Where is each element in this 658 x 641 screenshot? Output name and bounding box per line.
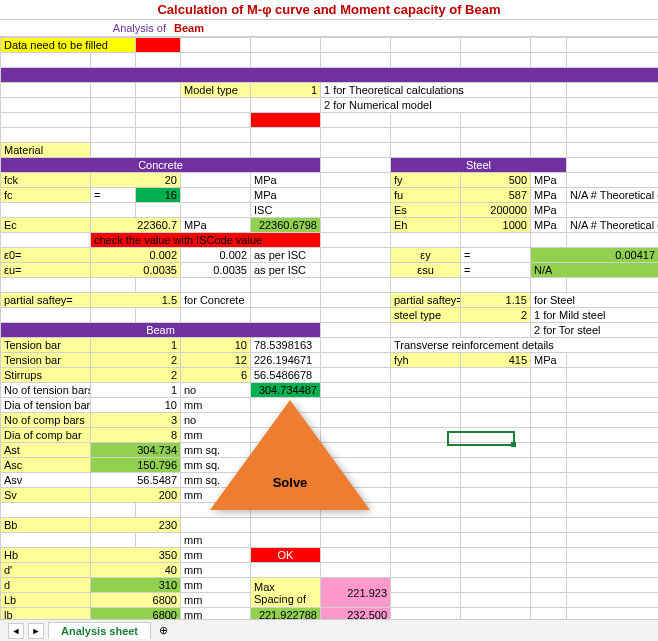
ey-label: εy <box>391 248 461 263</box>
selected-cell-indicator <box>447 431 515 446</box>
asc-label: Asc <box>1 458 91 473</box>
eh-label: Eh <box>391 218 461 233</box>
eu-value[interactable]: 0.0035 <box>91 263 181 278</box>
dcb-label: Dia of comp bar <box>1 428 91 443</box>
stirrups-d[interactable]: 6 <box>181 368 251 383</box>
dcb-value[interactable]: 8 <box>91 428 181 443</box>
bb-value[interactable]: 230 <box>91 518 181 533</box>
tab-analysis-sheet[interactable]: Analysis sheet <box>48 622 151 639</box>
fc-unit: MPa <box>251 188 321 203</box>
fu-note: N/A # Theoretical calculat <box>567 188 659 203</box>
es-value[interactable]: 200000 <box>461 203 531 218</box>
fc-eq: = <box>91 188 136 203</box>
ncb-label: No of comp bars <box>1 413 91 428</box>
tab-nav-prev[interactable]: ◄ <box>8 623 24 639</box>
tbar2-calc: 226.194671 <box>251 353 321 368</box>
isc-label: ISC <box>251 203 321 218</box>
tbar-label: Tension bar <box>1 338 91 353</box>
d-note: mm <box>181 578 251 593</box>
tbar2-d[interactable]: 12 <box>181 353 251 368</box>
eu-calc: 0.0035 <box>181 263 251 278</box>
steeltype-opt2: 2 for Tor steel <box>531 323 659 338</box>
tab-nav-next[interactable]: ► <box>28 623 44 639</box>
material-label: Material <box>1 143 91 158</box>
fu-unit: MPa <box>531 188 567 203</box>
bb-note: mm <box>181 533 251 548</box>
asv-value: 56.5487 <box>91 473 181 488</box>
hb-value[interactable]: 350 <box>91 548 181 563</box>
asc-value: 150.796 <box>91 458 181 473</box>
fy-value[interactable]: 500 <box>461 173 531 188</box>
steeltype-label: steel type <box>391 308 461 323</box>
lb-note: mm <box>181 593 251 608</box>
sheet-tabs: ◄ ► Analysis sheet ⊕ <box>0 619 658 641</box>
hb-label: Hb <box>1 548 91 563</box>
data-label: Data need to be filled <box>1 38 136 53</box>
model-type-label: Model type <box>181 83 251 98</box>
psafety-steel-note: for Steel <box>531 293 659 308</box>
psafety-steel-value[interactable]: 1.15 <box>461 293 531 308</box>
spacing-v1: 221.923 <box>321 578 391 608</box>
fy-label: fy <box>391 173 461 188</box>
hb-note: mm <box>181 548 251 563</box>
e0-calc: 0.002 <box>181 248 251 263</box>
fck-value[interactable]: 20 <box>91 173 181 188</box>
fyh-unit: MPa <box>531 353 567 368</box>
lb-value[interactable]: 6800 <box>91 593 181 608</box>
fck-label: fck <box>1 173 91 188</box>
fyh-value[interactable]: 415 <box>461 353 531 368</box>
esu-label: εsu <box>391 263 461 278</box>
analysis-label: Analysis of <box>0 20 170 36</box>
fc-value[interactable]: 16 <box>136 188 181 203</box>
page-title: Calculation of M-φ curve and Moment capa… <box>0 0 658 20</box>
solve-button[interactable] <box>210 400 370 510</box>
e0-value[interactable]: 0.002 <box>91 248 181 263</box>
steeltype-value[interactable]: 2 <box>461 308 531 323</box>
d1-note: mm <box>181 563 251 578</box>
fck-unit: MPa <box>251 173 321 188</box>
es-label: Es <box>391 203 461 218</box>
tbar-calc: 78.5398163 <box>251 338 321 353</box>
check-note: check the value with ISCode value <box>91 233 321 248</box>
fy-unit: MPa <box>531 173 567 188</box>
e0-label: ε0= <box>1 248 91 263</box>
psafety-conc-label: partial saftey= <box>1 293 91 308</box>
ec-label: Ec <box>1 218 91 233</box>
ntb-value[interactable]: 1 <box>91 383 181 398</box>
d1-value[interactable]: 40 <box>91 563 181 578</box>
stirrups-label: Stirrups <box>1 368 91 383</box>
ec-value[interactable]: 22360.7 <box>91 218 181 233</box>
psafety-conc-value[interactable]: 1.5 <box>91 293 181 308</box>
fc-label: fc <box>1 188 91 203</box>
d-value: 310 <box>91 578 181 593</box>
eu-label: εu= <box>1 263 91 278</box>
tbar-n[interactable]: 1 <box>91 338 181 353</box>
eh-note: N/A # Theoretical calculat <box>567 218 659 233</box>
psafety-conc-note: for Concrete <box>181 293 251 308</box>
tbar-d[interactable]: 10 <box>181 338 251 353</box>
concrete-header: Concrete <box>1 158 321 173</box>
ey-value: 0.00417 <box>531 248 659 263</box>
spacing-label: Max Spacing of <box>251 578 321 608</box>
eh-value[interactable]: 1000 <box>461 218 531 233</box>
model-opt2: 2 for Numerical model <box>321 98 531 113</box>
fu-value[interactable]: 587 <box>461 188 531 203</box>
ntb-label: No of tension bars <box>1 383 91 398</box>
e0-note: as per ISC <box>251 248 321 263</box>
dtb-value[interactable]: 10 <box>91 398 181 413</box>
ok-status: OK <box>251 548 321 563</box>
ntb-calc: 304.734487 <box>251 383 321 398</box>
solve-label: Solve <box>250 475 330 490</box>
ncb-value[interactable]: 3 <box>91 413 181 428</box>
spreadsheet-grid[interactable]: Data need to be filled Model type11 for … <box>0 37 658 641</box>
d1-label: d' <box>1 563 91 578</box>
tab-add-button[interactable]: ⊕ <box>155 623 171 639</box>
eh-unit: MPa <box>531 218 567 233</box>
tbar2-n[interactable]: 2 <box>91 353 181 368</box>
eu-note: as per ISC <box>251 263 321 278</box>
stirrups-n[interactable]: 2 <box>91 368 181 383</box>
ec-calc: 22360.6798 <box>251 218 321 233</box>
sv-value[interactable]: 200 <box>91 488 181 503</box>
model-type-value[interactable]: 1 <box>251 83 321 98</box>
analysis-row: Analysis of Beam <box>0 20 658 37</box>
